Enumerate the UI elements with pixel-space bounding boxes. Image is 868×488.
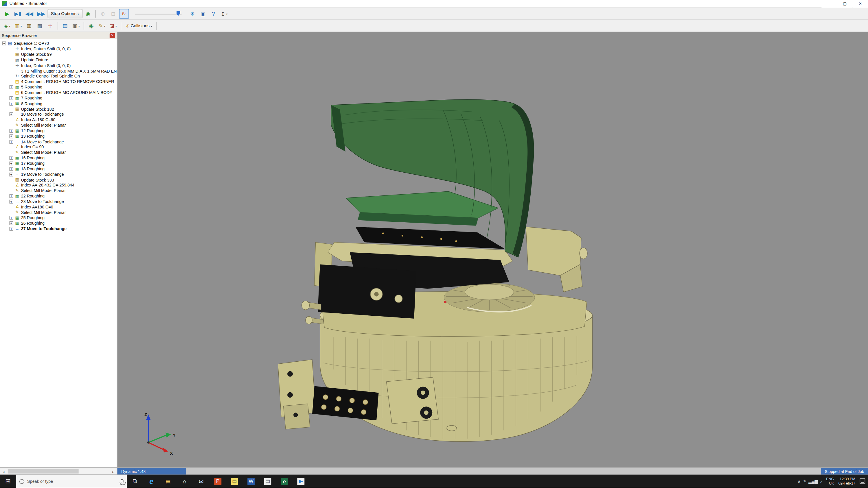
sequence-item[interactable]: + ▦ 17 Roughing <box>0 161 117 166</box>
notepad-icon[interactable]: ▤ <box>259 475 275 488</box>
pen-icon[interactable]: ✎ <box>802 479 808 484</box>
sequence-item[interactable]: ✛ Index, Datum Shift (0, 0, 0) <box>0 46 117 52</box>
fixture-display-button[interactable]: ▩ <box>35 21 44 31</box>
panel-horizontal-scrollbar[interactable]: ◂ ▸ <box>0 468 118 475</box>
microphone-icon[interactable] <box>121 479 124 483</box>
sequence-item[interactable]: ∠ Index A=-28.432 C=-259.844 <box>0 183 117 188</box>
file-explorer-icon[interactable]: ▤ <box>160 475 176 488</box>
tree-expander[interactable]: + <box>9 222 13 225</box>
volume-icon[interactable]: ♪ <box>818 479 824 484</box>
sequence-item[interactable]: ✎ Select Mill Mode: Planar <box>0 209 117 215</box>
tree-expander[interactable]: + <box>9 156 13 160</box>
minimize-button[interactable]: – <box>822 0 837 7</box>
sequence-item[interactable]: ✎ Select Mill Mode: Planar <box>0 188 117 193</box>
media-player-icon[interactable]: ▶ <box>293 475 309 488</box>
sequence-item[interactable]: + ▦ 18 Roughing <box>0 166 117 172</box>
sequence-item[interactable]: ∠ Index A=180 C=0 <box>0 204 117 210</box>
task-view-button[interactable]: ⧉ <box>127 475 143 488</box>
zoom-in-button[interactable]: ⊕ <box>98 9 107 19</box>
sequence-item[interactable]: ▦ Update Stock 333 <box>0 177 117 183</box>
region-indicator[interactable]: UK <box>826 481 834 486</box>
sequence-item[interactable]: + ▦ 7 Roughing <box>0 95 117 101</box>
tree-expander[interactable]: + <box>9 162 13 165</box>
tree-expander[interactable]: − <box>2 42 6 45</box>
simulation-speed-slider[interactable] <box>135 9 181 18</box>
sequence-item[interactable]: + → 19 Move to Toolchange <box>0 172 117 177</box>
sequence-item[interactable]: ✛ Index, Datum Shift (0, 0, 0) <box>0 63 117 68</box>
machine-simulation-canvas[interactable]: Z Y X <box>118 32 868 467</box>
sequence-item[interactable]: ▦ Update Stock 182 <box>0 106 117 112</box>
sticky-notes-icon[interactable]: ▤ <box>226 475 243 488</box>
save-button[interactable]: ▣ <box>198 9 208 19</box>
sequence-item[interactable]: + ▦ 13 Roughing <box>0 134 117 139</box>
simulation-viewport[interactable]: Z Y X <box>118 32 868 467</box>
clock-block[interactable]: ENG 12:39 PM UK 02-Feb-17 <box>826 477 855 486</box>
tool-load-button[interactable]: ↥ ▾ <box>219 9 229 19</box>
sequence-item[interactable]: + ▦ 5 Roughing <box>0 85 117 90</box>
powerpoint-icon[interactable]: P <box>210 475 226 488</box>
stock-display-button[interactable]: ▦ <box>24 21 34 31</box>
sequence-item[interactable]: ✎ Select Mill Mode: Planar <box>0 123 117 128</box>
simulation-mode-button[interactable]: ◈ ▾ <box>2 21 12 31</box>
tree-expander[interactable]: + <box>9 167 13 170</box>
toolbar-button[interactable] <box>121 22 121 30</box>
fast-forward-button[interactable]: ▶▶ <box>36 9 47 19</box>
action-center-icon[interactable] <box>859 478 866 485</box>
clock-time[interactable]: 12:39 PM <box>838 477 855 481</box>
tree-expander[interactable]: + <box>9 134 13 138</box>
toolbar-button[interactable] <box>95 9 95 18</box>
sequence-item[interactable]: ∠ Index A=180 C=90 <box>0 117 117 123</box>
hidden-icons-button[interactable]: ∧ <box>796 479 802 484</box>
play-to-end-button[interactable]: ▶▮ <box>13 9 23 19</box>
zoom-window-button[interactable]: ⊡ <box>108 9 118 19</box>
close-button[interactable]: ✕ <box>852 0 868 7</box>
sequence-item[interactable]: ▩ Update Fixture <box>0 57 117 63</box>
tree-expander[interactable]: + <box>9 101 13 105</box>
sequence-item[interactable]: ✎ Select Mill Mode: Planar <box>0 150 117 155</box>
sequence-item[interactable]: ▤ 4 Comment : ROUGH MC TO REMOVE CORNER <box>0 79 117 85</box>
edge-icon[interactable]: e <box>144 475 159 488</box>
view-options-button[interactable]: ▣ ▾ <box>71 21 81 31</box>
scrollbar-thumb[interactable] <box>8 469 79 473</box>
start-button[interactable]: ⊞ <box>0 475 16 488</box>
search-box[interactable]: Speak or type <box>16 475 127 488</box>
sequence-item[interactable]: + ▦ 8 Roughing <box>0 101 117 106</box>
scroll-left-icon[interactable]: ◂ <box>1 469 7 473</box>
sequence-item[interactable]: − ▤ Sequence 1: OP70 <box>0 41 117 46</box>
excel-icon[interactable]: e <box>276 475 292 488</box>
measure-button[interactable]: ◉ <box>86 21 96 31</box>
machine-display-button[interactable]: ▥ ▾ <box>13 21 24 31</box>
compare-button[interactable]: ◪ ▾ <box>107 21 118 31</box>
tree-expander[interactable]: + <box>9 140 13 143</box>
tree-expander[interactable]: + <box>9 216 13 220</box>
play-button[interactable]: ▶ <box>2 9 12 19</box>
panel-close-button[interactable]: ✕ <box>110 33 115 38</box>
tree-expander[interactable]: + <box>9 96 13 100</box>
rewind-button[interactable]: ◀◀ <box>24 9 35 19</box>
tree-expander[interactable]: + <box>9 85 13 89</box>
stop-options-button[interactable]: Stop Options ▾ <box>48 9 82 19</box>
sequence-item[interactable]: + → 10 Move to Toolchange <box>0 111 117 117</box>
store-icon[interactable]: ⌂ <box>177 475 192 488</box>
word-icon[interactable]: W <box>243 475 259 488</box>
sequence-item[interactable]: ↻ Spindle Control Tool Spindle On <box>0 74 117 79</box>
scroll-right-icon[interactable]: ▸ <box>110 469 116 473</box>
tree-expander[interactable]: + <box>9 129 13 133</box>
tree-expander[interactable]: + <box>9 172 13 176</box>
sequence-item[interactable]: + ▦ 22 Roughing <box>0 193 117 199</box>
collision-check-button[interactable]: ✳ <box>187 9 197 19</box>
sequence-item[interactable]: ▦ Update Stock 99 <box>0 52 117 57</box>
toolbar-button[interactable] <box>57 22 58 30</box>
language-indicator[interactable]: ENG <box>826 477 834 481</box>
clock-date[interactable]: 02-Feb-17 <box>838 481 855 486</box>
tree-expander[interactable]: + <box>9 194 13 198</box>
sequence-item[interactable]: + ▦ 25 Roughing <box>0 215 117 221</box>
sequence-item[interactable]: + ▦ 12 Roughing <box>0 128 117 134</box>
tree-expander[interactable]: + <box>9 199 13 203</box>
toolbar-button[interactable] <box>156 22 157 30</box>
sequence-item[interactable]: + ▦ 16 Roughing <box>0 155 117 161</box>
sequence-item[interactable]: ▤ 6 Comment : ROUGH MC AROUND MAIN BODY <box>0 90 117 95</box>
mail-icon[interactable]: ✉ <box>193 475 209 488</box>
maximize-button[interactable]: ▢ <box>837 0 852 7</box>
sequence-item[interactable]: + → 23 Move to Toolchange <box>0 199 117 204</box>
